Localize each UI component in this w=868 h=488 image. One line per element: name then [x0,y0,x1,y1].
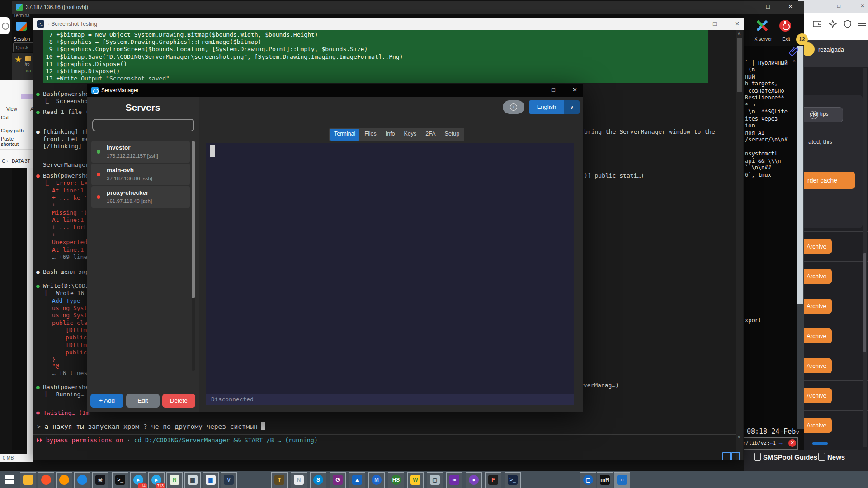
close-icon[interactable]: ✕ [788,439,796,447]
server-list-item[interactable]: main-ovh37.187.136.86 [ssh] [91,164,190,185]
taskbar-toolbox[interactable]: T [271,472,288,488]
system-monitor-icon: ▢ [430,475,440,485]
browser-scrollbar[interactable] [863,68,867,447]
notification-badge: 12 [796,33,808,45]
start-button[interactable] [5,475,14,484]
ssh-terminal-panel[interactable]: Disconnected [206,143,574,405]
find-bar[interactable]: r/lib/vz: 1 ← → ✕ [740,437,798,450]
taskbar-brave-browser[interactable] [38,472,54,488]
grid-icon[interactable] [731,452,740,460]
taskbar-mremoteng[interactable]: mR [597,472,613,488]
taskbar-cmd[interactable]: >_ [112,472,128,488]
tab-terminal[interactable]: Terminal [330,129,359,141]
tab-2fa[interactable]: 2FA [421,129,439,141]
close-icon[interactable]: ✕ [788,3,793,10]
taskbar-calculator[interactable]: ▦ [184,472,201,488]
close-icon[interactable]: ✕ [572,86,577,93]
taskbar-figma[interactable]: F [485,472,501,488]
taskbar-anydesk[interactable]: ▢ [580,472,596,488]
add-server-button[interactable]: + Add [90,394,123,408]
taskbar-system-monitor[interactable]: ▢ [427,472,443,488]
taskbar-photos[interactable]: ▲ [349,472,365,488]
pinned-widget[interactable] [0,17,10,34]
session-icon[interactable] [16,22,27,31]
taskbar-hs-app[interactable]: HS [388,472,404,488]
taskbar-winscp[interactable]: W [407,472,424,488]
taskbar-foxit-app[interactable]: G [330,472,346,488]
breadcrumb-drive[interactable]: C [2,158,5,164]
archive-button[interactable]: Archive [801,239,832,254]
taskbar-telegram-1[interactable]: ▸..14 [130,472,146,488]
taskbar-notepad-plus-plus[interactable]: N [166,472,183,488]
maximize-icon[interactable]: □ [552,86,555,93]
taskbar-file-explorer[interactable] [20,472,36,488]
claude-scrollbar[interactable]: ∧ ∨ [736,30,743,460]
taskbar-thunderbird[interactable] [74,472,90,488]
taskbar-visual-studio[interactable]: ∞ [446,472,462,488]
terminal-scrollbar[interactable] [797,46,804,429]
server-list-item[interactable]: proxy-checker161.97.118.40 [ssh] [91,186,190,208]
list-scrollbar[interactable] [192,141,195,371]
minimize-icon[interactable]: — [745,3,751,10]
menu-fragment[interactable]: Termina [14,13,30,18]
terminal-titlebar[interactable]: 37.187.136.86 ([root ovh]) — □ ✕ [12,1,804,14]
permissions-status[interactable]: ⏵⏵ bypass permissions on [36,436,123,444]
grid-icon[interactable] [722,452,731,460]
arrow-left-icon[interactable]: ← [769,439,774,446]
maximize-icon[interactable]: □ [766,3,770,10]
arrow-right-icon[interactable]: → [778,439,783,446]
tab-setup[interactable]: Setup [441,129,464,141]
folder-icon[interactable] [25,56,31,61]
archive-list: ArchiveArchiveArchiveArchiveArchiveArchi… [798,0,868,471]
tab-info[interactable]: Info [382,129,399,141]
connection-status: Disconnected [211,396,254,403]
x-server-icon[interactable] [756,20,768,32]
info-button[interactable]: i [503,100,524,114]
taskbar-app-window[interactable]: ▣ [203,472,219,488]
terminal-text: At line:1 [52,246,84,253]
taskbar-powershell[interactable]: >_ [505,472,521,488]
taskbar-blue-mascot-app[interactable]: M [368,472,385,488]
terminal-text: ● [36,268,40,275]
smspool-guides-link[interactable]: SMSPool Guides [763,453,817,461]
archive-button[interactable]: Archive [801,328,832,343]
prompt-input[interactable]: > а нахуя ты запускал хром ? че по друго… [37,422,265,430]
server-list-item[interactable]: investor173.212.212.157 [ssh] [91,141,190,163]
star-icon[interactable]: ★ [14,54,22,65]
archive-button[interactable]: Archive [801,418,832,433]
edit-server-button[interactable]: Edit [126,394,159,408]
taskbar-servermanager[interactable]: ○ [614,472,630,488]
scroll-up-icon[interactable]: ∧ [737,31,741,36]
taskbar-blue-swirl-app[interactable]: S [310,472,326,488]
taskbar-vector-tool[interactable]: V [221,472,237,488]
taskbar-telegram-2[interactable]: ▸713 [148,472,165,488]
terminal-text: … +69 line [52,253,87,260]
paperclip-icon[interactable] [789,46,800,57]
menu-item-cut[interactable]: Cut [1,115,9,120]
minimize-icon[interactable]: — [531,86,537,93]
scroll-up-icon[interactable]: ^ [793,59,795,65]
archive-button[interactable]: Archive [801,299,832,314]
archive-button[interactable]: Archive [801,269,832,284]
taskbar-github-desktop[interactable]: ● [466,472,482,488]
terminal-text: ● [36,172,40,179]
server-search-input[interactable] [92,119,194,131]
taskbar-proxy-tool[interactable]: ☠ [92,472,108,488]
delete-server-button[interactable]: Delete [162,394,195,408]
news-link[interactable]: News [827,453,845,461]
exit-label[interactable]: Exit [781,36,792,42]
archive-button[interactable]: Archive [801,358,832,373]
archive-button[interactable]: Archive [801,388,832,403]
chevron-down-icon[interactable]: ∨ [796,429,800,436]
exit-icon[interactable] [779,20,791,32]
servermanager-titlebar[interactable]: ServerManager — □ ✕ [87,84,583,97]
session-button-label[interactable]: Session [12,36,31,42]
powershell-icon: >_ [508,475,518,485]
taskbar-firefox[interactable] [56,472,72,488]
language-dropdown[interactable]: English ∨ [529,100,580,114]
tab-keys[interactable]: Keys [400,129,421,141]
scroll-down-icon[interactable]: ∨ [737,434,741,439]
taskbar-notepad[interactable]: N [291,472,307,488]
tab-files[interactable]: Files [360,129,380,141]
x-server-label[interactable]: X server [753,36,774,42]
